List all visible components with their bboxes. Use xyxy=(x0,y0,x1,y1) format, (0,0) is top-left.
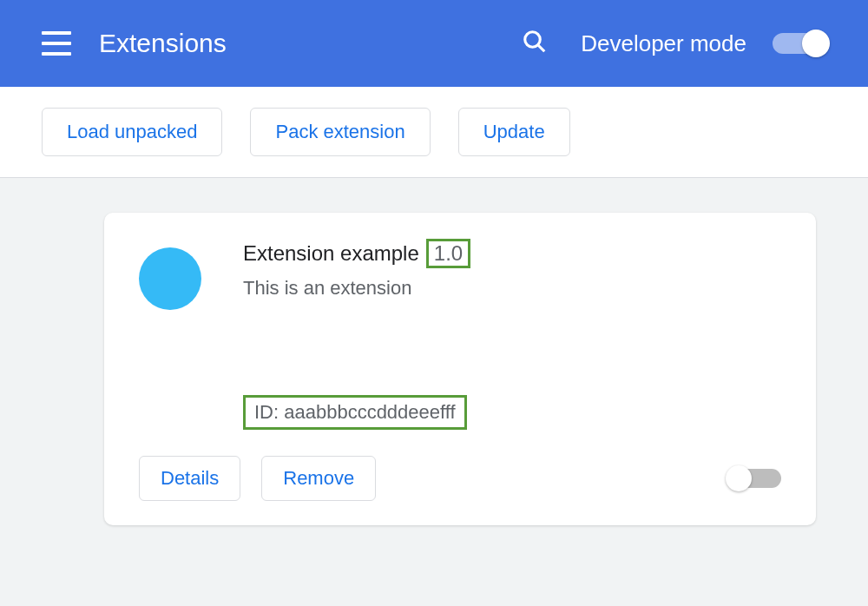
page-title: Extensions xyxy=(99,29,522,58)
toggle-knob xyxy=(802,30,830,57)
remove-button[interactable]: Remove xyxy=(261,456,376,501)
pack-extension-button[interactable]: Pack extension xyxy=(250,108,430,156)
extension-version: 1.0 xyxy=(426,239,470,268)
developer-mode-label: Developer mode xyxy=(581,30,746,57)
extension-id: ID: aaabbbcccdddeeefff xyxy=(243,395,467,430)
developer-toolbar: Load unpacked Pack extension Update xyxy=(0,87,868,178)
developer-mode-toggle[interactable] xyxy=(773,33,826,54)
extension-icon xyxy=(139,247,201,310)
header: Extensions Developer mode xyxy=(0,0,868,87)
toggle-knob xyxy=(726,465,752,491)
extension-name: Extension example xyxy=(243,241,419,266)
search-icon[interactable] xyxy=(522,29,548,58)
extension-description: This is an extension xyxy=(243,277,781,300)
extension-enable-toggle[interactable] xyxy=(729,469,781,488)
extension-card: Extension example 1.0 This is an extensi… xyxy=(104,213,816,525)
content-area: Extension example 1.0 This is an extensi… xyxy=(0,178,868,560)
load-unpacked-button[interactable]: Load unpacked xyxy=(42,108,222,156)
details-button[interactable]: Details xyxy=(139,456,240,501)
svg-point-0 xyxy=(525,32,541,48)
svg-line-1 xyxy=(538,45,545,52)
update-button[interactable]: Update xyxy=(458,108,570,156)
menu-icon[interactable] xyxy=(42,31,71,56)
